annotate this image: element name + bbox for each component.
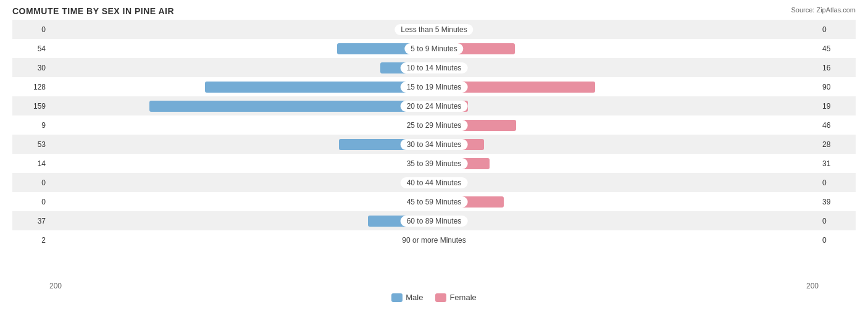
axis-right: 200	[806, 282, 819, 290]
bar-female	[434, 43, 515, 54]
bar-area: 90 or more Minutes	[49, 230, 819, 250]
male-value: 54	[12, 44, 49, 53]
female-value: 0	[819, 25, 856, 34]
male-value: 128	[12, 83, 49, 91]
bar-area: 5 to 9 Minutes	[49, 39, 819, 58]
bar-area: 45 to 59 Minutes	[49, 192, 819, 211]
bar-male	[380, 62, 434, 73]
female-value: 0	[819, 236, 856, 245]
table-row: 30 10 to 14 Minutes 16	[12, 58, 856, 77]
male-value: 159	[12, 102, 49, 111]
bar-female	[434, 82, 595, 93]
table-row: 2 90 or more Minutes 0	[12, 230, 856, 250]
bar-male	[149, 101, 434, 112]
bar-area: 30 to 34 Minutes	[49, 135, 819, 154]
table-row: 53 30 to 34 Minutes 28	[12, 135, 856, 154]
chart-area: 0 Less than 5 Minutes 0 54 5 to 9 Minute…	[12, 20, 856, 279]
legend-male-box	[391, 293, 403, 302]
male-value: 0	[12, 25, 49, 34]
legend: Male Female	[12, 293, 856, 302]
bar-male	[337, 43, 434, 54]
female-value: 19	[819, 102, 856, 111]
bar-area: 35 to 39 Minutes	[49, 154, 819, 173]
male-value: 37	[12, 217, 49, 225]
male-value: 14	[12, 159, 49, 168]
legend-male-label: Male	[406, 293, 423, 302]
axis-left: 200	[49, 282, 62, 290]
axis-row: 200 200	[12, 279, 856, 290]
legend-male: Male	[391, 293, 423, 302]
bar-female	[434, 196, 504, 208]
female-value: 16	[819, 64, 856, 72]
male-value: 0	[12, 178, 49, 187]
bar-female	[434, 120, 516, 131]
table-row: 37 60 to 89 Minutes 0	[12, 211, 856, 230]
female-value: 0	[819, 217, 856, 225]
bar-area: 25 to 29 Minutes	[49, 115, 819, 135]
row-label: Less than 5 Minutes	[394, 24, 473, 35]
table-row: 0 45 to 59 Minutes 39	[12, 192, 856, 211]
table-row: 9 25 to 29 Minutes 46	[12, 115, 856, 135]
table-row: 0 40 to 44 Minutes 0	[12, 173, 856, 192]
chart-container: COMMUTE TIME BY SEX IN PINE AIR Source: …	[0, 0, 868, 323]
legend-female-label: Female	[449, 293, 476, 302]
female-value: 46	[819, 121, 856, 130]
female-value: 90	[819, 83, 856, 91]
chart-title: COMMUTE TIME BY SEX IN PINE AIR	[12, 6, 856, 16]
legend-female-box	[435, 293, 446, 302]
bar-male	[409, 158, 434, 169]
bar-area: 60 to 89 Minutes	[49, 211, 819, 230]
female-value: 28	[819, 140, 856, 149]
bar-female	[434, 158, 490, 169]
male-value: 0	[12, 198, 49, 206]
female-value: 31	[819, 159, 856, 168]
bar-male	[205, 82, 434, 93]
bar-female	[434, 101, 468, 112]
female-value: 39	[819, 198, 856, 206]
female-value: 0	[819, 178, 856, 187]
bar-male	[418, 120, 434, 131]
source-label: Source: ZipAtlas.com	[791, 6, 856, 14]
bar-area: 20 to 24 Minutes	[49, 96, 819, 115]
table-row: 128 15 to 19 Minutes 90	[12, 77, 856, 96]
row-label: 90 or more Minutes	[396, 235, 472, 246]
table-row: 0 Less than 5 Minutes 0	[12, 20, 856, 39]
legend-female: Female	[435, 293, 476, 302]
male-value: 30	[12, 64, 49, 72]
bar-area: 40 to 44 Minutes	[49, 173, 819, 192]
table-row: 14 35 to 39 Minutes 31	[12, 154, 856, 173]
bar-male	[430, 235, 434, 246]
table-row: 54 5 to 9 Minutes 45	[12, 39, 856, 58]
table-row: 159 20 to 24 Minutes 19	[12, 96, 856, 115]
row-label: 40 to 44 Minutes	[401, 177, 468, 188]
bar-female	[434, 139, 484, 150]
male-value: 53	[12, 140, 49, 149]
bar-area: 15 to 19 Minutes	[49, 77, 819, 96]
bar-male	[339, 139, 434, 150]
bar-area: 10 to 14 Minutes	[49, 58, 819, 77]
bar-male	[368, 216, 434, 227]
bar-area: Less than 5 Minutes	[49, 20, 819, 39]
bar-female	[434, 62, 462, 73]
male-value: 2	[12, 236, 49, 245]
female-value: 45	[819, 44, 856, 53]
male-value: 9	[12, 121, 49, 130]
